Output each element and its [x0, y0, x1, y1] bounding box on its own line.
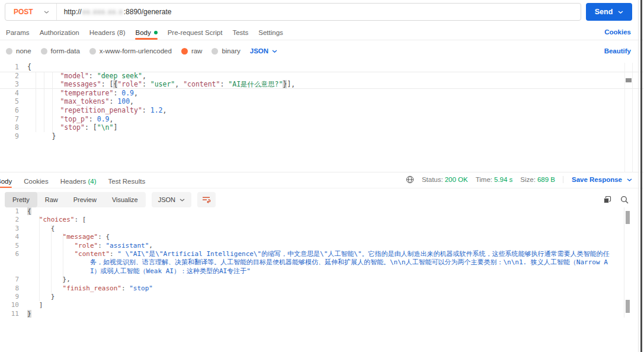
tab-count: (4)	[88, 178, 96, 185]
code-line: 10]	[0, 301, 644, 309]
body-type-label: raw	[191, 47, 203, 55]
code-line[interactable]: 9}	[0, 132, 644, 141]
url-prefix: http://	[64, 8, 82, 16]
json-key: "finish_reason"	[63, 284, 121, 292]
json-punct: :	[121, 284, 129, 292]
line-number: 5	[0, 97, 19, 106]
url-input[interactable]: http:// xx.xxx.xx.x :8890/generate	[57, 8, 172, 16]
chevron-down-icon	[180, 199, 185, 201]
view-raw[interactable]: Raw	[37, 192, 66, 207]
json-punct: :	[89, 72, 97, 80]
line-number: 3	[0, 80, 19, 89]
json-punct: ]	[39, 301, 43, 309]
body-type-x-www-form-urlencoded[interactable]: x-www-form-urlencoded	[89, 47, 172, 55]
search-icon[interactable]	[620, 196, 629, 204]
time-value: 5.94 s	[494, 176, 512, 183]
chevron-down-icon	[627, 178, 632, 181]
response-body-editor[interactable]: 1{2"choices": [3{4"message": {5"role": "…	[0, 207, 644, 318]
response-tools	[603, 196, 629, 204]
body-type-binary[interactable]: binary	[212, 47, 240, 55]
json-punct: :	[98, 242, 105, 249]
response-tab-cookies[interactable]: Cookies	[24, 178, 49, 185]
json-punct: :	[109, 97, 117, 105]
json-key: "choices"	[39, 216, 75, 223]
tab-pre-request-script[interactable]: Pre-request Script	[168, 29, 223, 36]
json-punct: : [	[74, 216, 86, 223]
tab-label: Tests	[232, 29, 248, 36]
view-pretty[interactable]: Pretty	[5, 192, 37, 207]
code-line[interactable]: 1{	[0, 63, 644, 72]
line-number: 11	[0, 310, 19, 318]
response-meta: Status:200 OK Time:5.94 s Size:689 B Sav…	[406, 175, 632, 184]
save-response-button[interactable]: Save Response	[563, 176, 632, 183]
response-tab-body[interactable]: Body	[0, 178, 12, 185]
line-number: 3	[0, 225, 19, 233]
line-number: 8	[0, 284, 19, 293]
unsaved-dot	[154, 31, 158, 34]
code-line[interactable]: 8"stop": ["\n"]	[0, 123, 644, 132]
json-punct: ,	[134, 89, 138, 97]
network-globe-icon	[406, 175, 414, 184]
size-value: 689 B	[537, 176, 555, 183]
tab-tests[interactable]: Tests	[232, 29, 248, 36]
tab-settings[interactable]: Settings	[258, 29, 283, 36]
code-line[interactable]: 7"top_p": 0.9,	[0, 115, 644, 124]
response-tab-test-results[interactable]: Test Results	[108, 178, 146, 185]
window-scrollbar[interactable]	[640, 0, 642, 352]
json-punct: }	[52, 132, 56, 140]
json-punct: ,	[175, 80, 183, 88]
divider	[0, 40, 644, 40]
beautify-link[interactable]: Beautify	[604, 47, 631, 55]
radio-icon	[181, 48, 188, 55]
json-key: "role"	[117, 80, 142, 88]
code-line: 3{	[0, 225, 644, 233]
body-type-label: binary	[222, 47, 240, 55]
json-key: "model"	[60, 72, 88, 80]
line-number: 1	[0, 207, 19, 216]
wrap-text-button[interactable]	[197, 192, 216, 207]
tab-label: Cookies	[24, 178, 49, 185]
json-punct: :	[89, 115, 97, 123]
status-metric: Status:200 OK	[422, 176, 468, 183]
chevron-down-icon	[272, 50, 277, 53]
send-button[interactable]: Send	[586, 3, 632, 21]
json-key: "content"	[74, 250, 110, 258]
code-line[interactable]: 5"max_tokens": 100,	[0, 97, 644, 106]
tab-body[interactable]: Body	[135, 29, 157, 36]
response-format-dropdown[interactable]: JSON	[152, 192, 191, 207]
tab-label: Headers	[60, 178, 86, 185]
json-key: "temperature"	[60, 89, 113, 97]
json-punct: },	[63, 276, 71, 283]
view-visualize[interactable]: Visualize	[104, 192, 146, 207]
code-line[interactable]: 3"messages": [{"role": "user", "content"…	[0, 80, 644, 89]
copy-icon[interactable]	[603, 196, 611, 204]
body-type-raw[interactable]: raw	[181, 47, 203, 55]
response-tab-headers[interactable]: Headers (4)	[60, 178, 97, 185]
json-key: "top_p"	[60, 115, 88, 123]
body-type-form-data[interactable]: form-data	[41, 47, 80, 55]
json-punct: ],	[287, 80, 295, 88]
json-punct: : [	[85, 123, 97, 132]
tab-headers-[interactable]: Headers (8)	[89, 29, 126, 36]
line-number: 6	[0, 106, 19, 115]
json-key: "max_tokens"	[60, 97, 109, 105]
status-value: 200 OK	[445, 176, 468, 183]
body-type-none[interactable]: none	[6, 47, 31, 55]
request-body-editor[interactable]: 1{2"model": "deep seek",3"messages": [{"…	[0, 63, 644, 172]
tab-params[interactable]: Params	[6, 29, 30, 36]
json-punct: :	[220, 80, 228, 88]
chevron-down-icon	[44, 11, 49, 14]
code-line[interactable]: 2"model": "deep seek",	[0, 72, 644, 81]
code-line[interactable]: 4"temperature": 0.9,	[0, 89, 644, 98]
line-number: 8	[0, 123, 19, 132]
radio-icon	[89, 48, 96, 55]
method-selector[interactable]: POST	[5, 4, 56, 20]
tab-authorization[interactable]: Authorization	[40, 29, 79, 36]
line-number: 2	[0, 216, 19, 224]
json-number: 100	[117, 97, 130, 105]
code-line[interactable]: 6"repetition_penalty": 1.2,	[0, 106, 644, 115]
radio-icon	[212, 48, 218, 55]
body-format-dropdown[interactable]: JSON	[250, 47, 277, 55]
cookies-link[interactable]: Cookies	[604, 28, 631, 36]
view-preview[interactable]: Preview	[66, 192, 104, 207]
